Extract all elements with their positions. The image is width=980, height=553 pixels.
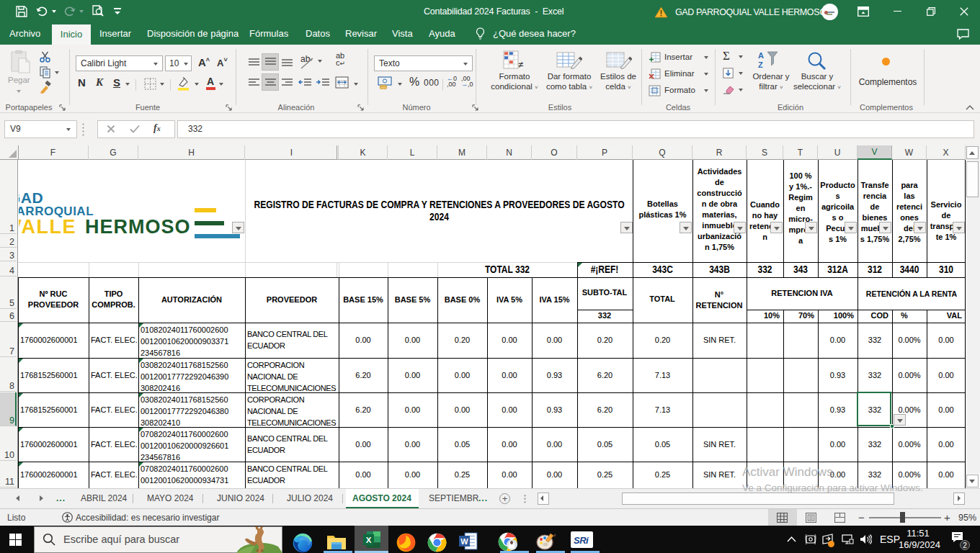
- svg-text:W: W: [460, 537, 468, 546]
- svg-text:X: X: [366, 536, 372, 544]
- svg-text:A: A: [758, 51, 764, 60]
- svg-text:Z: Z: [758, 60, 763, 69]
- svg-text:≠: ≠: [518, 59, 523, 70]
